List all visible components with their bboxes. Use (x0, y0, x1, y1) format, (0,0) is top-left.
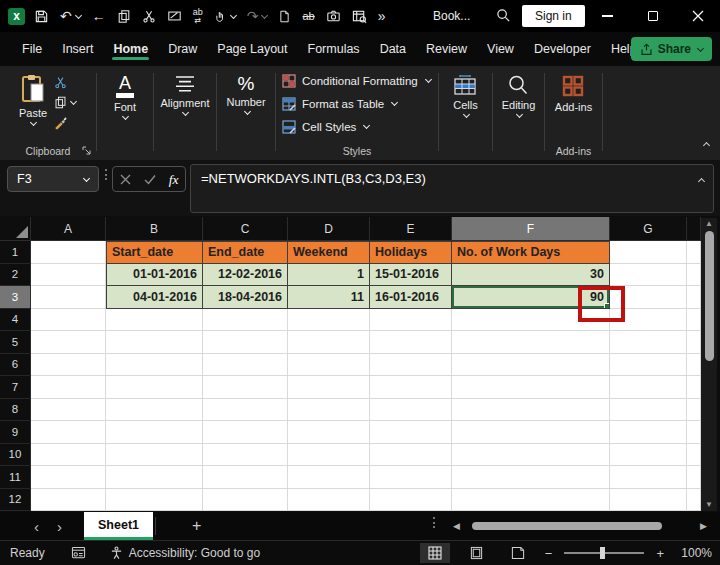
row-header-2[interactable]: 2 (0, 264, 31, 287)
column-header-b[interactable]: B (106, 217, 203, 241)
cell-styles-button[interactable]: Cell Styles (282, 115, 438, 138)
name-box[interactable]: F3 (7, 166, 99, 192)
toolbar-overflow-button[interactable]: » (376, 7, 388, 25)
row-header-7[interactable]: 7 (0, 376, 31, 399)
row-header-6[interactable]: 6 (0, 354, 31, 377)
search-button[interactable] (496, 8, 511, 23)
minimize-button[interactable] (585, 0, 630, 32)
cell-d3[interactable]: 11 (288, 286, 370, 309)
cell-g1[interactable] (610, 241, 687, 264)
horizontal-scrollbar-track[interactable] (466, 521, 694, 531)
undo-button[interactable]: ↶ (58, 7, 83, 25)
cut-ribbon-button[interactable] (53, 75, 77, 90)
macro-record-button[interactable] (71, 546, 86, 560)
cell-c3[interactable]: 18-04-2016 (203, 286, 288, 309)
insert-function-button[interactable]: fx (169, 170, 179, 188)
camera-button[interactable] (324, 7, 343, 25)
next-sheet-button[interactable]: › (57, 518, 62, 535)
zoom-in-button[interactable]: + (656, 546, 664, 561)
tab-draw[interactable]: Draw (158, 33, 207, 65)
cell-a2[interactable] (31, 264, 106, 287)
cell-c1[interactable]: End_date (203, 241, 288, 264)
page-layout-view-button[interactable] (462, 543, 491, 563)
cut-button[interactable] (140, 7, 158, 26)
scroll-down-icon[interactable]: ▼ (701, 500, 717, 510)
tab-review[interactable]: Review (416, 33, 477, 65)
maximize-button[interactable] (630, 0, 675, 32)
column-header-e[interactable]: E (370, 217, 452, 241)
tab-insert[interactable]: Insert (52, 33, 103, 65)
cell-g2[interactable] (610, 264, 687, 287)
cells-menu-button[interactable]: Cells (453, 66, 477, 160)
row-header-12[interactable]: 12 (0, 489, 31, 512)
enter-button[interactable] (144, 174, 156, 185)
horizontal-scrollbar-thumb[interactable] (472, 522, 662, 530)
paste-button[interactable]: Paste (19, 66, 47, 141)
cell-g3[interactable] (610, 286, 687, 309)
row-header-9[interactable]: 9 (0, 421, 31, 444)
copy-button[interactable] (115, 7, 133, 26)
cell-b2[interactable]: 01-01-2016 (106, 264, 203, 287)
tab-view[interactable]: View (477, 33, 524, 65)
tab-data[interactable]: Data (370, 33, 416, 65)
vertical-scrollbar-thumb[interactable] (705, 231, 714, 361)
horizontal-scrollbar[interactable]: ◀ ▶ (450, 519, 710, 533)
column-header-g[interactable]: G (610, 217, 687, 241)
accessibility-status[interactable]: Accessibility: Good to go (110, 546, 260, 560)
cancel-button[interactable] (120, 174, 131, 185)
vertical-scrollbar[interactable]: ▲ ▼ (701, 218, 717, 511)
row-header-1[interactable]: 1 (0, 241, 31, 264)
collapse-ribbon-button[interactable] (702, 134, 709, 152)
column-header-c[interactable]: C (203, 217, 288, 241)
scroll-left-icon[interactable]: ◀ (450, 521, 463, 531)
tab-developer[interactable]: Developer (524, 33, 601, 65)
cell-f3-selected[interactable]: 90 (452, 286, 610, 309)
cell-e2[interactable]: 15-01-2016 (370, 264, 452, 287)
sign-in-button[interactable]: Sign in (522, 5, 585, 27)
close-button[interactable] (675, 0, 720, 32)
row-header-4[interactable]: 4 (0, 309, 31, 332)
cell-c2[interactable]: 12-02-2016 (203, 264, 288, 287)
save-button[interactable] (32, 7, 51, 26)
cell-d1[interactable]: Weekend (288, 241, 370, 264)
zoom-out-button[interactable]: − (545, 546, 553, 561)
tab-home[interactable]: Home (103, 33, 158, 65)
new-sheet-button[interactable]: + (192, 517, 201, 535)
page-break-preview-button[interactable] (503, 543, 533, 563)
formula-bar-collapse-button[interactable] (697, 172, 704, 187)
strikethrough-button[interactable]: ab (300, 9, 316, 24)
select-all-corner[interactable] (0, 217, 31, 241)
cell-a3[interactable] (31, 286, 106, 309)
font-menu-button[interactable]: A Font (114, 66, 136, 160)
format-as-table-button[interactable]: Format as Table (282, 92, 438, 115)
format-painter-button[interactable] (53, 115, 77, 131)
sheet-tab-active[interactable]: Sheet1 (84, 512, 153, 540)
cell-f1[interactable]: No. of Work Days (452, 241, 610, 264)
addins-button[interactable]: Add-ins (555, 66, 592, 141)
column-header-f[interactable]: F (452, 217, 610, 241)
formula-input[interactable]: =NETWORKDAYS.INTL(B3,C3,D3,E3) (190, 164, 714, 213)
previous-sheet-button[interactable]: ‹ (34, 518, 39, 535)
column-header-partial[interactable] (687, 217, 701, 241)
clipboard-dialog-launcher[interactable] (82, 146, 92, 156)
tab-formulas[interactable]: Formulas (298, 33, 370, 65)
draw-touch-button[interactable] (212, 7, 238, 26)
table-lookup-button[interactable] (350, 7, 369, 26)
row-header-3[interactable]: 3 (0, 286, 31, 309)
cell-a1[interactable] (31, 241, 106, 264)
zoom-slider-thumb[interactable] (600, 547, 605, 559)
cell-d2[interactable]: 1 (288, 264, 370, 287)
row-header-8[interactable]: 8 (0, 399, 31, 422)
cell-b3[interactable]: 04-01-2016 (106, 286, 203, 309)
new-file-button[interactable] (276, 7, 293, 26)
cell-e3[interactable]: 16-01-2016 (370, 286, 452, 309)
copy-ribbon-button[interactable] (53, 95, 77, 110)
conditional-formatting-button[interactable]: Conditional Formatting (282, 69, 438, 92)
sheet-options-dots[interactable] (430, 517, 438, 528)
back-button[interactable]: ← (90, 7, 108, 25)
share-button[interactable]: Share (631, 37, 712, 61)
picture-button[interactable] (165, 7, 184, 25)
replace-button[interactable]: ab⇄ (191, 6, 205, 27)
scroll-up-icon[interactable]: ▲ (701, 219, 717, 229)
alignment-menu-button[interactable]: Alignment (161, 66, 210, 160)
